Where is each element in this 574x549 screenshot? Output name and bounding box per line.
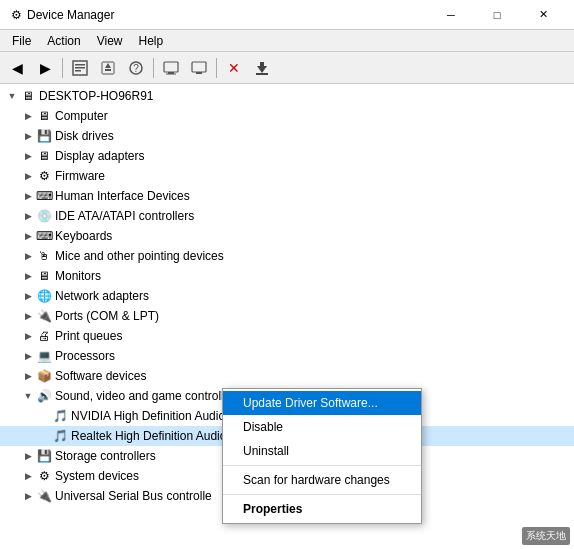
tree-item-firmware[interactable]: ▶⚙Firmware [0,166,574,186]
expand-icon-firmware: ▶ [20,168,36,184]
menu-help[interactable]: Help [131,32,172,50]
ports-icon: 🔌 [36,308,52,324]
maximize-button[interactable]: □ [474,0,520,30]
menu-action[interactable]: Action [39,32,88,50]
forward-button[interactable]: ▶ [32,55,58,81]
svg-rect-1 [75,64,85,66]
context-menu-item-properties[interactable]: Properties [223,497,421,521]
expand-icon-sound: ▼ [20,388,36,404]
tree-item-mice[interactable]: ▶🖱Mice and other pointing devices [0,246,574,266]
storage-icon: 💾 [36,448,52,464]
expand-icon-ports: ▶ [20,308,36,324]
tree-item-hid[interactable]: ▶⌨Human Interface Devices [0,186,574,206]
sw-icon: 📦 [36,368,52,384]
help-button[interactable]: ? [123,55,149,81]
expand-icon-computer: ▶ [20,108,36,124]
mouse-icon: 🖱 [36,248,52,264]
minimize-button[interactable]: ─ [428,0,474,30]
generic-icon: ⚙ [36,168,52,184]
disk-icon: 💾 [36,128,52,144]
print-icon: 🖨 [36,328,52,344]
properties-button[interactable] [67,55,93,81]
window-title: Device Manager [27,8,114,22]
tree-label-firmware: Firmware [55,169,105,183]
computer-icon-btn[interactable] [158,55,184,81]
toolbar-sep-3 [216,58,217,78]
tree-label-keyboards: Keyboards [55,229,112,243]
tree-item-software[interactable]: ▶📦Software devices [0,366,574,386]
tree-label-computer: Computer [55,109,108,123]
toolbar-sep-1 [62,58,63,78]
context-menu-separator [223,494,421,495]
tree-label-system: System devices [55,469,139,483]
context-menu-separator [223,465,421,466]
keyboard-icon: ⌨ [36,228,52,244]
context-menu-item-uninstall[interactable]: Uninstall [223,439,421,463]
menu-file[interactable]: File [4,32,39,50]
menu-view[interactable]: View [89,32,131,50]
back-button[interactable]: ◀ [4,55,30,81]
toolbar-sep-2 [153,58,154,78]
tree-label-usb: Universal Serial Bus controlle [55,489,212,503]
remove-button[interactable]: ✕ [221,55,247,81]
svg-text:?: ? [133,63,139,74]
tree-label-display: Display adapters [55,149,144,163]
update-driver-button[interactable] [95,55,121,81]
svg-rect-2 [75,67,85,69]
tree-label-sound: Sound, video and game controllers [55,389,240,403]
context-menu-item-update-driver[interactable]: Update Driver Software... [223,391,421,415]
expand-icon-network: ▶ [20,288,36,304]
tree-item-ports[interactable]: ▶🔌Ports (COM & LPT) [0,306,574,326]
tree-item-display[interactable]: ▶🖥Display adapters [0,146,574,166]
tree-label-realtek: Realtek High Definition Audio [71,429,226,443]
expand-icon-display: ▶ [20,148,36,164]
app-icon: ⚙ [8,7,24,23]
expand-icon-processors: ▶ [20,348,36,364]
tree-item-monitors[interactable]: ▶🖥Monitors [0,266,574,286]
expand-icon-disk: ▶ [20,128,36,144]
tree-item-network[interactable]: ▶🌐Network adapters [0,286,574,306]
watermark: 系统天地 [522,527,570,545]
tree-label-hid: Human Interface Devices [55,189,190,203]
expand-icon-root: ▼ [4,88,20,104]
tree-label-ide: IDE ATA/ATAPI controllers [55,209,194,223]
expand-icon-keyboards: ▶ [20,228,36,244]
usb-icon: 🔌 [36,488,52,504]
install-button[interactable] [249,55,275,81]
svg-rect-9 [164,62,178,72]
close-button[interactable]: ✕ [520,0,566,30]
svg-rect-15 [260,62,264,67]
window-controls: ─ □ ✕ [428,0,566,30]
sound-icon: 🔊 [36,388,52,404]
tree-label-print: Print queues [55,329,122,343]
expand-icon-monitors: ▶ [20,268,36,284]
tree-item-ide[interactable]: ▶💿IDE ATA/ATAPI controllers [0,206,574,226]
toolbar: ◀ ▶ ? ✕ [0,52,574,84]
svg-rect-12 [192,62,206,72]
processor-icon: 💻 [36,348,52,364]
title-bar: ⚙ Device Manager ─ □ ✕ [0,0,574,30]
tree-label-root: DESKTOP-HO96R91 [39,89,154,103]
audio-icon: 🎵 [52,408,68,424]
expand-icon-print: ▶ [20,328,36,344]
tree-item-processors[interactable]: ▶💻Processors [0,346,574,366]
scan-icon-btn[interactable] [186,55,212,81]
tree-item-computer[interactable]: ▶🖥Computer [0,106,574,126]
svg-marker-5 [105,63,111,68]
tree-item-keyboards[interactable]: ▶⌨Keyboards [0,226,574,246]
tree-item-root[interactable]: ▼🖥DESKTOP-HO96R91 [0,86,574,106]
svg-marker-14 [257,66,267,73]
context-menu-item-scan[interactable]: Scan for hardware changes [223,468,421,492]
tree-item-print[interactable]: ▶🖨Print queues [0,326,574,346]
context-menu-item-disable[interactable]: Disable [223,415,421,439]
tree-label-disk: Disk drives [55,129,114,143]
expand-icon-mice: ▶ [20,248,36,264]
computer-icon: 🖥 [36,108,52,124]
system-icon: ⚙ [36,468,52,484]
display-icon: 🖥 [36,148,52,164]
tree-label-ports: Ports (COM & LPT) [55,309,159,323]
expand-icon-hid: ▶ [20,188,36,204]
expand-icon-system: ▶ [20,468,36,484]
tree-item-disk[interactable]: ▶💾Disk drives [0,126,574,146]
expand-icon-software: ▶ [20,368,36,384]
